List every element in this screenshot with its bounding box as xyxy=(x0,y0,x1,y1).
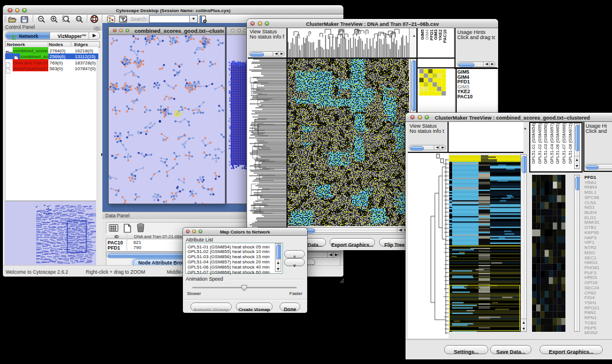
svg-text:1:1: 1:1 xyxy=(77,18,81,21)
